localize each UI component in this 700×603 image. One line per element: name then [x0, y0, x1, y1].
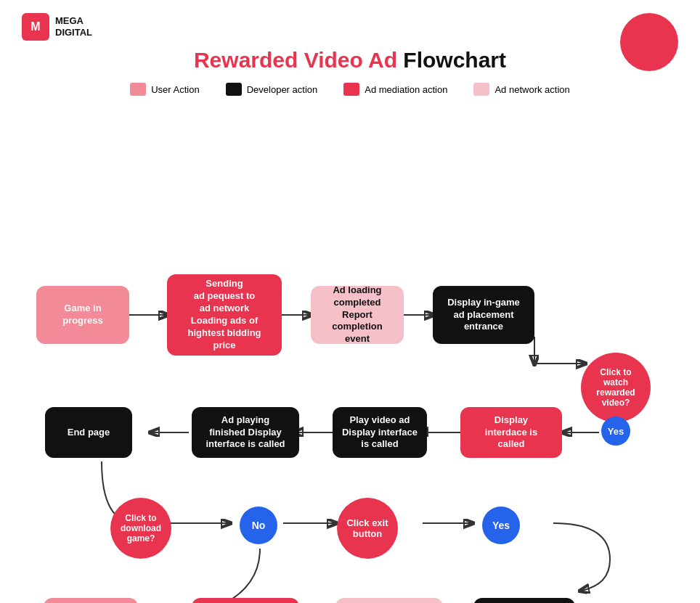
- ad-playing-text: Ad playingfinished Displayinterface is c…: [205, 414, 285, 451]
- display-interfaced-text: Displayinterdace iscalled: [485, 414, 537, 451]
- node-click-download: Click todownloadgame?: [110, 498, 171, 559]
- node-play-video: Play video adDisplay interfaceis called: [333, 407, 427, 458]
- legend-mediation: Ad mediation action: [343, 83, 447, 96]
- legend-label-developer: Developer action: [247, 84, 318, 95]
- node-reward-users: Rewardusers: [192, 598, 299, 603]
- node-ad-playing: Ad playingfinished Displayinterface is c…: [192, 407, 299, 458]
- header: M MEGADIGITAL: [0, 0, 700, 41]
- click-download-text: Click todownloadgame?: [121, 513, 161, 543]
- node-yes2: Yes: [482, 506, 520, 544]
- legend-label-network: Ad network action: [495, 84, 569, 95]
- logo: M MEGADIGITAL: [22, 13, 92, 41]
- node-click-to-watch: Click towatch rewardedvideo?: [581, 353, 651, 422]
- legend-color-developer: [226, 83, 242, 96]
- node-report-click: Reportclick event: [473, 598, 575, 603]
- legend-user: User Action: [130, 83, 199, 96]
- node-end-page: End page: [45, 407, 132, 458]
- node-resume-game: Resumegame: [44, 598, 138, 603]
- node-ad-loading: Ad loadingcompleted Reportcompletioneven…: [311, 286, 404, 344]
- legend-label-user: User Action: [151, 84, 199, 95]
- play-video-text: Play video adDisplay interfaceis called: [342, 414, 418, 451]
- flowchart: Game inprogress Sendingad pequest toad n…: [0, 106, 700, 541]
- click-exit-text: Click exitbutton: [346, 517, 388, 539]
- legend-developer: Developer action: [226, 83, 318, 96]
- node-redirect: Redirect toApp Store/Google Play: [335, 598, 443, 603]
- logo-icon: M: [22, 13, 49, 41]
- logo-text: MEGADIGITAL: [55, 15, 92, 38]
- node-click-exit: Click exitbutton: [337, 498, 398, 559]
- click-watch-text: Click towatch rewardedvideo?: [587, 367, 645, 408]
- page-title: Rewarded Video Ad Flowchart: [0, 48, 700, 73]
- node-sending-ad: Sendingad pequest toad networkLoading ad…: [167, 274, 282, 356]
- legend-color-mediation: [343, 83, 359, 96]
- node-display-interfaced: Displayinterdace iscalled: [460, 407, 562, 458]
- sending-ad-text: Sendingad pequest toad networkLoading ad…: [187, 278, 261, 351]
- deco-circle: [620, 13, 678, 71]
- node-display-in-game: Display in-gamead placemententrance: [433, 286, 534, 344]
- node-game-in-progress: Game inprogress: [36, 286, 129, 344]
- legend-network: Ad network action: [473, 83, 569, 96]
- title-area: Rewarded Video Ad Flowchart: [0, 41, 700, 77]
- ad-loading-text: Ad loadingcompleted Reportcompletioneven…: [320, 284, 395, 345]
- legend-color-network: [473, 83, 489, 96]
- legend-label-mediation: Ad mediation action: [365, 84, 447, 95]
- legend-color-user: [130, 83, 146, 96]
- node-yes1: Yes: [601, 417, 630, 446]
- node-no: No: [240, 506, 277, 544]
- legend: User Action Developer action Ad mediatio…: [0, 77, 700, 106]
